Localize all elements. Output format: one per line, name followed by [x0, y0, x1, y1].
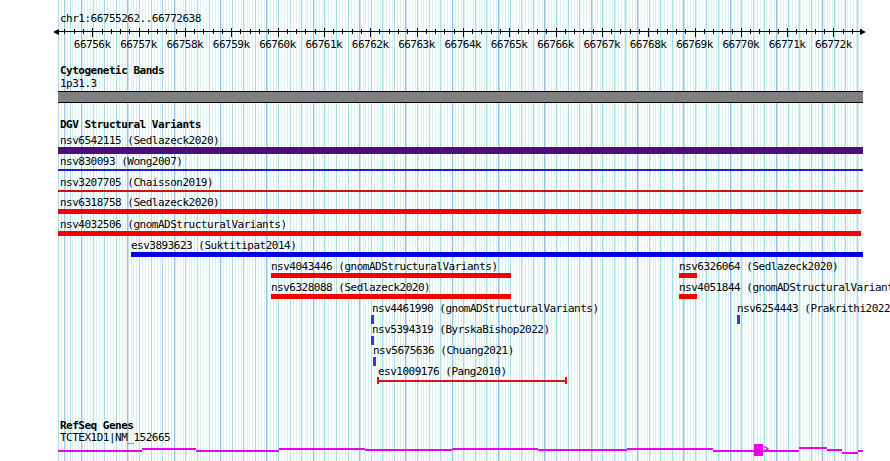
ruler-minor-tick: [296, 29, 297, 34]
ruler-minor-tick: [472, 29, 473, 34]
ruler-minor-tick: [593, 29, 594, 34]
ruler-minor-tick: [444, 29, 445, 34]
cytoband-bar[interactable]: [58, 91, 863, 103]
variant-bar[interactable]: [58, 147, 863, 154]
variant-label[interactable]: nsv6318758 (Sedlazeck2020): [60, 197, 219, 209]
ruler-minor-tick: [379, 29, 380, 34]
ruler-minor-tick: [240, 29, 241, 34]
gene-line-segment[interactable]: [713, 450, 754, 452]
variant-label[interactable]: nsv6326064 (Sedlazeck2020): [679, 261, 838, 273]
gene-line-segment[interactable]: [196, 450, 279, 452]
ruler-minor-tick: [861, 29, 862, 34]
ruler-minor-tick: [129, 29, 130, 34]
ruler-minor-tick: [769, 29, 770, 34]
ruler-minor-tick: [389, 29, 390, 34]
ruler-minor-tick: [611, 29, 612, 34]
ruler-tick-label: 66769k: [674, 39, 716, 51]
variant-bar[interactable]: [271, 273, 511, 278]
ruler-minor-tick: [518, 29, 519, 34]
ruler-major-tick: [139, 28, 140, 37]
gene-line-segment[interactable]: [58, 450, 142, 452]
gene-line-segment[interactable]: [142, 448, 196, 450]
ruler-minor-tick: [102, 29, 103, 34]
variant-bar[interactable]: [679, 294, 697, 299]
variant-label[interactable]: esv3893623 (Suktitipat2014): [131, 240, 296, 252]
ruler-minor-tick: [203, 29, 204, 34]
ruler-minor-tick: [537, 29, 538, 34]
ruler-minor-tick: [213, 29, 214, 34]
gene-line-segment[interactable]: [842, 452, 858, 454]
ruler-tick-label: 66759k: [210, 39, 252, 51]
gene-line-segment[interactable]: [858, 450, 863, 452]
ruler-major-tick: [833, 28, 834, 37]
ruler-minor-tick: [500, 29, 501, 34]
ruler-minor-tick: [630, 29, 631, 34]
variant-label[interactable]: nsv4051844 (gnomADStructuralVariant: [679, 282, 890, 294]
ruler-minor-tick: [759, 29, 760, 34]
ruler-tick-label: 66771k: [766, 39, 808, 51]
gene-line-segment[interactable]: [452, 448, 538, 450]
variant-ibeam[interactable]: [377, 377, 567, 384]
variant-label[interactable]: nsv4461990 (gnomADStructuralVariants): [372, 303, 599, 315]
variant-label[interactable]: nsv6254443 (Prakrithi2022): [737, 303, 890, 315]
ruler-minor-tick: [194, 29, 195, 34]
gene-line-segment[interactable]: [799, 447, 827, 449]
ruler-tick-label: 66766k: [535, 39, 577, 51]
variant-bar[interactable]: [131, 252, 863, 257]
ruler-minor-tick: [120, 29, 121, 34]
ruler-minor-tick: [806, 29, 807, 34]
variant-bar[interactable]: [58, 231, 861, 236]
variant-label[interactable]: nsv6542115 (Sedlazeck2020): [60, 135, 219, 147]
ruler-minor-tick: [713, 29, 714, 34]
ruler-minor-tick: [268, 29, 269, 34]
gene-line-segment[interactable]: [538, 449, 627, 451]
gene-line-segment[interactable]: [279, 448, 365, 450]
ruler-tick-label: 66762k: [349, 39, 391, 51]
ruler-minor-tick: [639, 29, 640, 34]
ruler-minor-tick: [333, 29, 334, 34]
gene-line-segment[interactable]: [627, 448, 713, 450]
ruler-minor-tick: [565, 29, 566, 34]
variant-label[interactable]: nsv5675636 (Chuang2021): [373, 345, 514, 357]
ruler-minor-tick: [259, 29, 260, 34]
gene-line-segment[interactable]: [365, 449, 452, 451]
ruler-minor-tick: [815, 29, 816, 34]
gene-label[interactable]: TCTEX1D1|NM_152665: [60, 432, 170, 444]
ruler-minor-tick: [722, 29, 723, 34]
ruler-tick-label: 66761k: [303, 39, 345, 51]
ruler-tick-label: 66768k: [627, 39, 669, 51]
cytoband-label: 1p31.3: [60, 78, 97, 90]
variant-bar[interactable]: [58, 169, 863, 171]
variant-tick-mark[interactable]: [737, 315, 740, 324]
variant-label[interactable]: nsv830093 (Wong2007): [60, 156, 182, 168]
gene-line-segment[interactable]: [827, 449, 842, 451]
variant-bar[interactable]: [679, 273, 697, 278]
variant-bar[interactable]: [271, 294, 511, 299]
variant-label[interactable]: nsv5394319 (ByrskaBishop2022): [372, 324, 550, 336]
ruler-major-tick: [370, 28, 371, 37]
ruler-major-tick: [648, 28, 649, 37]
ruler-major-tick: [602, 28, 603, 37]
ruler-minor-tick: [166, 29, 167, 34]
variant-tick-mark[interactable]: [373, 357, 376, 366]
gene-exon[interactable]: [754, 444, 763, 456]
ruler-minor-tick: [176, 29, 177, 34]
variant-bar[interactable]: [58, 190, 863, 192]
ruler-minor-tick: [407, 29, 408, 34]
ruler-minor-tick: [315, 29, 316, 34]
variant-label[interactable]: nsv4032506 (gnomADStructuralVariants): [60, 219, 287, 231]
variant-label[interactable]: nsv4043446 (gnomADStructuralVariants): [271, 261, 498, 273]
variant-label[interactable]: nsv3207705 (Chaisson2019): [60, 177, 213, 189]
ruler-minor-tick: [352, 29, 353, 34]
ruler-major-tick: [741, 28, 742, 37]
variant-label[interactable]: nsv6328088 (Sedlazeck2020): [271, 282, 430, 294]
ruler-tick-label: 66756k: [71, 39, 113, 51]
ruler-minor-tick: [148, 29, 149, 34]
variant-bar[interactable]: [58, 209, 861, 214]
ruler-minor-tick: [64, 29, 65, 34]
ruler-minor-tick: [676, 29, 677, 34]
ruler-major-tick: [695, 28, 696, 37]
ruler-tick-label: 66760k: [257, 39, 299, 51]
ruler-major-tick: [509, 28, 510, 37]
ruler-major-tick: [787, 28, 788, 37]
